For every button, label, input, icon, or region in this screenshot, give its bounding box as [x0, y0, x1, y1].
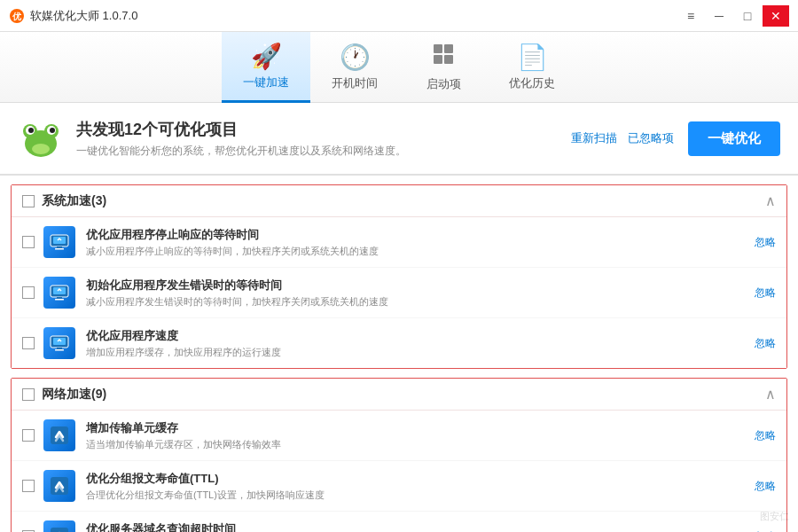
mascot	[18, 115, 64, 161]
network-item-1-checkbox[interactable]	[22, 429, 35, 442]
system-item-1-checkbox[interactable]	[22, 236, 35, 248]
network-item-2-checkbox[interactable]	[22, 480, 35, 492]
svg-text:优: 优	[12, 12, 22, 21]
close-button[interactable]: ✕	[763, 5, 789, 27]
system-group-toggle-icon: ∧	[765, 192, 776, 209]
network-group-header[interactable]: 网络加速(9) ∧	[12, 379, 786, 411]
onekey-optimize-button[interactable]: 一键优化	[688, 121, 780, 156]
system-item-2-content: 初始化应用程序发生错误时的等待时间 减小应用程序发生错误时的等待时间，加快程序关…	[86, 278, 746, 309]
svg-rect-25	[55, 349, 64, 351]
svg-rect-17	[55, 248, 64, 250]
network-item-3-icon-wrap	[43, 520, 75, 532]
svg-rect-16	[57, 246, 62, 248]
network-ttl-icon	[50, 476, 69, 496]
system-item-2: 初始化应用程序发生错误时的等待时间 减小应用程序发生错误时的等待时间，加快程序关…	[12, 268, 786, 318]
system-item-1-ignore[interactable]: 忽略	[755, 235, 776, 250]
network-item-1-title: 增加传输单元缓存	[86, 420, 746, 436]
system-item-1-icon-wrap	[43, 226, 75, 258]
nav-label-onekey: 一键加速	[243, 74, 289, 90]
monitor3-icon	[50, 335, 69, 351]
network-dns-icon	[50, 527, 69, 532]
app-title: 软媒优化大师 1.0.7.0	[30, 8, 677, 24]
nav-label-boottime: 开机时间	[332, 75, 378, 91]
network-group-checkbox[interactable]	[22, 388, 35, 401]
svg-rect-4	[434, 55, 442, 64]
svg-rect-24	[57, 348, 62, 349]
system-item-3-content: 优化应用程序速度 增加应用程序缓存，加快应用程序的运行速度	[86, 328, 746, 359]
network-item-2: 优化分组报文寿命值(TTL) 合理优化分组报文寿命值(TTL)设置，加快网络响应…	[12, 461, 786, 512]
system-group-checkbox[interactable]	[22, 195, 35, 207]
network-item-3-content: 优化服务器域名查询超时时间 减小服务器域名查询超时时间，提高网络响应速度	[86, 521, 746, 533]
nav-item-onekey[interactable]: 🚀 一键加速	[222, 32, 310, 103]
header-text: 共发现12个可优化项目 一键优化智能分析您的系统，帮您优化开机速度以及系统和网络…	[76, 119, 571, 159]
system-item-2-ignore[interactable]: 忽略	[755, 286, 776, 301]
network-item-1: 增加传输单元缓存 适当增加传输单元缓存区，加快网络传输效率 忽略	[12, 411, 786, 461]
header-actions: 重新扫描 已忽略项	[571, 130, 674, 146]
monitor2-icon	[50, 285, 69, 301]
nav-label-startup: 启动项	[426, 76, 461, 92]
grid-icon	[431, 42, 456, 73]
rescan-button[interactable]: 重新扫描	[571, 130, 617, 146]
network-group: 网络加速(9) ∧ 增加传输单元缓存 适当增加传输单元缓存区，加快网络传输效率 …	[11, 378, 787, 532]
network-item-3: 优化服务器域名查询超时时间 减小服务器域名查询超时时间，提高网络响应速度 忽略	[12, 512, 786, 532]
system-item-1-desc: 减小应用程序停止响应的等待时间，加快程序关闭或系统关机的速度	[86, 245, 746, 258]
system-item-1-title: 优化应用程序停止响应的等待时间	[86, 227, 746, 243]
svg-rect-3	[444, 44, 453, 53]
window-controls: ≡ ─ □ ✕	[677, 5, 789, 27]
document-icon: 📄	[517, 43, 548, 72]
minimize-button[interactable]: ─	[706, 5, 732, 27]
navbar: 🚀 一键加速 🕐 开机时间 启动项 📄 优化历史	[0, 32, 798, 103]
system-item-3: 优化应用程序速度 增加应用程序缓存，加快应用程序的运行速度 忽略	[12, 318, 786, 368]
header-title: 共发现12个可优化项目	[76, 119, 571, 140]
main-content: 系统加速(3) ∧ 优化应用程序停止响应的等待时间 减小应用程序停止响应的等待时…	[0, 176, 798, 532]
system-item-2-icon-wrap	[43, 277, 75, 309]
network-group-title: 网络加速(9)	[42, 387, 765, 403]
network-item-2-icon-wrap	[43, 470, 75, 502]
system-item-1-content: 优化应用程序停止响应的等待时间 减小应用程序停止响应的等待时间，加快程序关闭或系…	[86, 227, 746, 258]
svg-rect-2	[434, 44, 442, 53]
system-item-3-icon-wrap	[43, 327, 75, 359]
network-item-2-title: 优化分组报文寿命值(TTL)	[86, 471, 746, 487]
network-item-2-desc: 合理优化分组报文寿命值(TTL)设置，加快网络响应速度	[86, 489, 746, 502]
system-group-title: 系统加速(3)	[42, 193, 765, 209]
system-item-2-desc: 减小应用程序发生错误时的等待时间，加快程序关闭或系统关机的速度	[86, 295, 746, 309]
network-item-2-content: 优化分组报文寿命值(TTL) 合理优化分组报文寿命值(TTL)设置，加快网络响应…	[86, 471, 746, 502]
clock-icon: 🕐	[340, 43, 371, 72]
system-item-3-checkbox[interactable]	[22, 337, 35, 349]
header-subtitle: 一键优化智能分析您的系统，帮您优化开机速度以及系统和网络速度。	[76, 144, 571, 159]
system-group-header[interactable]: 系统加速(3) ∧	[12, 185, 786, 217]
network-item-3-ignore[interactable]: 忽略	[755, 529, 776, 533]
svg-point-11	[28, 128, 34, 133]
titlebar: 优 软媒优化大师 1.0.7.0 ≡ ─ □ ✕	[0, 0, 798, 32]
system-item-3-title: 优化应用程序速度	[86, 328, 746, 344]
svg-rect-21	[55, 299, 64, 301]
ignored-items-button[interactable]: 已忽略项	[628, 130, 674, 146]
network-item-1-content: 增加传输单元缓存 适当增加传输单元缓存区，加快网络传输效率	[86, 420, 746, 451]
nav-label-history: 优化历史	[509, 75, 555, 91]
system-item-2-checkbox[interactable]	[22, 286, 35, 299]
network-item-1-desc: 适当增加传输单元缓存区，加快网络传输效率	[86, 438, 746, 451]
network-item-1-icon-wrap	[43, 419, 75, 451]
svg-rect-20	[57, 297, 62, 299]
header-info: 共发现12个可优化项目 一键优化智能分析您的系统，帮您优化开机速度以及系统和网络…	[0, 103, 798, 176]
rocket-icon: 🚀	[251, 42, 282, 71]
network-item-1-ignore[interactable]: 忽略	[755, 428, 776, 443]
system-item-1: 优化应用程序停止响应的等待时间 减小应用程序停止响应的等待时间，加快程序关闭或系…	[12, 217, 786, 268]
svg-point-13	[32, 144, 50, 154]
svg-rect-5	[444, 55, 453, 64]
monitor-icon	[50, 234, 69, 250]
network-group-toggle-icon: ∧	[765, 386, 776, 403]
nav-item-history[interactable]: 📄 优化历史	[488, 32, 576, 103]
system-item-3-desc: 增加应用程序缓存，加快应用程序的运行速度	[86, 346, 746, 359]
system-item-2-title: 初始化应用程序发生错误时的等待时间	[86, 278, 746, 293]
network-item-2-ignore[interactable]: 忽略	[755, 479, 776, 494]
menu-button[interactable]: ≡	[677, 5, 704, 27]
nav-item-startup[interactable]: 启动项	[399, 32, 488, 103]
maximize-button[interactable]: □	[734, 5, 761, 27]
system-item-3-ignore[interactable]: 忽略	[755, 336, 776, 351]
svg-rect-28	[51, 528, 68, 532]
nav-item-boottime[interactable]: 🕐 开机时间	[310, 32, 399, 103]
network-item-3-title: 优化服务器域名查询超时时间	[86, 521, 746, 533]
svg-point-12	[50, 128, 55, 133]
system-group: 系统加速(3) ∧ 优化应用程序停止响应的等待时间 减小应用程序停止响应的等待时…	[11, 184, 787, 369]
